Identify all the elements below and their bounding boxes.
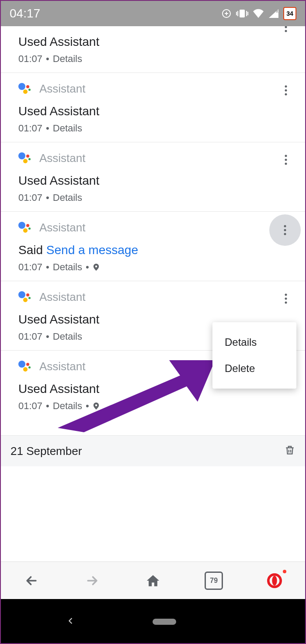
svg-rect-4 — [246, 11, 247, 16]
svg-point-21 — [285, 302, 287, 304]
app-label: Assistant — [39, 82, 86, 96]
item-meta: 01:07• Details — [18, 123, 296, 134]
clock: 04:17 — [10, 7, 40, 21]
details-link[interactable]: Details — [53, 262, 82, 273]
item-title: Used Assistant — [18, 104, 296, 118]
notification-dot-icon — [283, 570, 286, 573]
item-meta: 01:07• Details — [18, 192, 296, 203]
svg-point-15 — [285, 163, 287, 165]
calendar-badge-icon: 34 — [283, 7, 296, 20]
home-button[interactable] — [142, 570, 164, 592]
more-options-button[interactable] — [276, 289, 296, 308]
back-button[interactable] — [21, 570, 42, 592]
device-frame: 04:17 x 34 Assistant Used Assistant 01:0… — [0, 0, 306, 644]
statusbar: 04:17 x 34 — [1, 1, 305, 26]
date-label: 21 September — [10, 444, 82, 458]
app-label: Assistant — [39, 290, 86, 304]
opera-menu-button[interactable] — [264, 570, 285, 592]
svg-point-14 — [285, 159, 287, 161]
svg-point-18 — [284, 233, 286, 235]
activity-item[interactable]: Assistant Used Assistant 01:07• Details — [1, 142, 305, 212]
activity-item[interactable]: Assistant Used Assistant 01:07• Details — [1, 73, 305, 142]
status-icons: x 34 — [221, 7, 296, 20]
activity-item[interactable]: Assistant Said Send a message 01:07• Det… — [1, 212, 305, 281]
svg-text:x: x — [276, 9, 278, 14]
svg-rect-3 — [236, 12, 237, 15]
app-label: Assistant — [39, 152, 86, 165]
system-back-button[interactable] — [66, 616, 75, 627]
svg-point-11 — [285, 90, 287, 92]
delete-day-button[interactable] — [284, 444, 296, 458]
svg-rect-5 — [247, 12, 248, 15]
assistant-icon — [18, 221, 31, 234]
item-title: Used Assistant — [18, 35, 296, 49]
data-saver-icon — [221, 8, 232, 19]
app-label: Assistant — [39, 221, 86, 234]
svg-point-8 — [285, 26, 287, 28]
details-link[interactable]: Details — [53, 123, 82, 134]
item-said: Said Send a message — [18, 243, 296, 257]
item-meta: 01:07• Details — [18, 53, 296, 65]
svg-point-27 — [272, 575, 277, 585]
assistant-icon — [18, 290, 31, 303]
item-meta: 01:07• Details • — [18, 262, 296, 273]
menu-details[interactable]: Details — [212, 329, 296, 355]
browser-toolbar: 79 — [1, 561, 305, 599]
wifi-icon — [253, 9, 264, 18]
annotation-arrow — [58, 341, 215, 432]
svg-marker-25 — [58, 360, 215, 432]
more-options-button-active[interactable] — [269, 214, 301, 246]
more-options-button[interactable] — [276, 150, 296, 169]
svg-point-9 — [285, 30, 287, 32]
system-home-pill[interactable] — [153, 619, 176, 625]
tabs-button[interactable]: 79 — [203, 570, 225, 592]
svg-point-12 — [285, 93, 287, 96]
details-link[interactable]: Details — [53, 53, 82, 65]
context-menu: Details Delete — [212, 322, 296, 389]
svg-point-19 — [285, 294, 287, 296]
svg-point-20 — [285, 298, 287, 300]
system-navbar — [1, 599, 305, 644]
svg-point-13 — [285, 155, 287, 157]
svg-point-10 — [285, 86, 287, 88]
svg-rect-1 — [240, 10, 245, 17]
assistant-icon — [18, 360, 31, 373]
voice-query-link[interactable]: Send a message — [46, 243, 138, 257]
location-pin-icon — [93, 264, 100, 271]
svg-point-16 — [284, 225, 286, 227]
signal-icon: x — [268, 9, 279, 18]
svg-point-17 — [284, 229, 286, 231]
activity-list[interactable]: Assistant Used Assistant 01:07• Details … — [1, 26, 305, 561]
assistant-icon — [18, 152, 31, 165]
activity-item[interactable]: Assistant Used Assistant 01:07• Details — [1, 26, 305, 73]
menu-delete[interactable]: Delete — [212, 355, 296, 382]
assistant-icon — [18, 82, 31, 95]
svg-rect-2 — [237, 11, 238, 16]
more-options-button[interactable] — [276, 81, 296, 100]
details-link[interactable]: Details — [53, 192, 82, 203]
date-section: 21 September — [1, 435, 305, 466]
tab-count: 79 — [205, 572, 223, 590]
item-title: Used Assistant — [18, 174, 296, 188]
vibrate-icon — [236, 9, 248, 18]
forward-button[interactable] — [81, 570, 103, 592]
